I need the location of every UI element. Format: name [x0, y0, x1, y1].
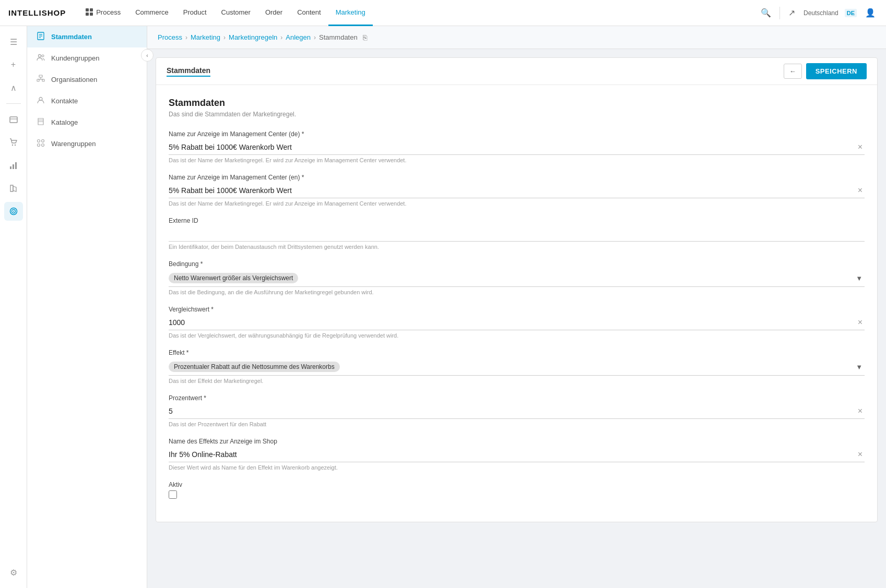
- save-button[interactable]: SPEICHERN: [806, 63, 867, 79]
- form-group-comparison: Vergleichswert * × Das ist der Vergleich…: [169, 306, 865, 339]
- nav-item-order[interactable]: Order: [258, 0, 290, 26]
- breadcrumb-marketing[interactable]: Marketing: [191, 33, 220, 41]
- sidebar-add-icon[interactable]: +: [4, 55, 23, 74]
- breadcrumb-sep-3: ›: [280, 34, 282, 41]
- sidebar-cart-icon[interactable]: [4, 133, 23, 152]
- breadcrumb-sep-1: ›: [185, 34, 187, 41]
- condition-chip: Netto Warenwert größer als Vergleichswer…: [169, 273, 298, 283]
- name-en-label: Name zur Anzeige im Management Center (e…: [169, 174, 865, 181]
- breadcrumb-process[interactable]: Process: [158, 33, 182, 41]
- copy-icon[interactable]: ⎘: [363, 33, 367, 42]
- percent-clear-button[interactable]: ×: [858, 406, 863, 416]
- sidebar-target-icon[interactable]: [4, 202, 23, 221]
- effect-select-wrap: Prozentualer Rabatt auf die Nettosumme d…: [169, 358, 865, 376]
- breadcrumb: Process › Marketing › Marketingregeln › …: [147, 26, 886, 49]
- effect-select[interactable]: Prozentualer Rabatt auf die Nettosumme d…: [169, 358, 865, 375]
- sidebar-collapse-button[interactable]: ‹: [141, 49, 153, 62]
- language-flag[interactable]: DE: [845, 9, 857, 17]
- grid-icon: [86, 8, 93, 16]
- card-body: Stammdaten Das sind die Stammdaten der M…: [156, 85, 877, 522]
- effect-name-clear-button[interactable]: ×: [858, 450, 863, 459]
- form-group-name-en: Name zur Anzeige im Management Center (e…: [169, 174, 865, 207]
- sidebar-menu-icon[interactable]: ☰: [4, 32, 23, 51]
- sidebar-window-icon[interactable]: [4, 110, 23, 129]
- left-panel-label-kataloge: Kataloge: [51, 118, 78, 126]
- left-panel-label-stammdaten: Stammdaten: [51, 33, 92, 41]
- sidebar-settings-icon[interactable]: ⚙: [4, 563, 23, 582]
- sidebar-divider-1: [6, 103, 21, 104]
- left-panel-item-organisationen[interactable]: Organisationen: [27, 69, 147, 90]
- form-section-title: Stammdaten: [169, 98, 865, 109]
- svg-rect-4: [10, 166, 11, 169]
- language-label: Deutschland: [804, 9, 838, 17]
- name-de-clear-button[interactable]: ×: [858, 142, 863, 152]
- warengruppen-icon: [36, 139, 46, 149]
- form-section-desc: Das sind die Stammdaten der Marketingreg…: [169, 111, 865, 118]
- left-panel-label-kontakte: Kontakte: [51, 97, 78, 105]
- condition-select[interactable]: Netto Warenwert größer als Vergleichswer…: [169, 270, 865, 286]
- condition-label: Bedingung *: [169, 260, 865, 268]
- name-de-input[interactable]: [169, 140, 865, 154]
- nav-right-area: 🔍 ↗ Deutschland DE 👤: [759, 6, 878, 20]
- svg-point-27: [42, 144, 44, 147]
- svg-point-3: [14, 145, 15, 146]
- left-panel-item-stammdaten[interactable]: Stammdaten: [27, 26, 147, 47]
- share-button[interactable]: ↗: [786, 6, 797, 20]
- left-panel-item-kataloge[interactable]: Kataloge: [27, 112, 147, 133]
- svg-point-14: [39, 55, 41, 57]
- percent-input[interactable]: [169, 404, 865, 418]
- name-en-help: Das ist der Name der Marketingregel. Er …: [169, 200, 865, 207]
- name-en-clear-button[interactable]: ×: [858, 186, 863, 195]
- comparison-input-wrap: ×: [169, 315, 865, 330]
- app-logo: INTELLISHOP: [8, 8, 66, 17]
- extern-id-help: Ein Identifikator, der beim Datenaustaus…: [169, 244, 865, 250]
- nav-item-commerce[interactable]: Commerce: [128, 0, 176, 26]
- svg-point-24: [38, 140, 40, 142]
- effect-name-input[interactable]: [169, 447, 865, 462]
- extern-id-input[interactable]: [169, 226, 865, 241]
- nav-item-process[interactable]: Process: [78, 0, 128, 26]
- nav-item-customer[interactable]: Customer: [214, 0, 258, 26]
- comparison-label: Vergleichswert *: [169, 306, 865, 313]
- nav-item-content[interactable]: Content: [290, 0, 328, 26]
- condition-help: Das ist die Bedingung, an die die Ausfüh…: [169, 289, 865, 295]
- svg-point-2: [11, 145, 13, 146]
- sidebar-collapse-icon[interactable]: ∧: [4, 78, 23, 97]
- svg-point-9: [13, 211, 14, 212]
- active-checkbox[interactable]: [169, 490, 177, 499]
- nav-item-product[interactable]: Product: [176, 0, 214, 26]
- active-label: Aktiv: [169, 481, 865, 488]
- user-profile-button[interactable]: 👤: [863, 6, 878, 20]
- svg-rect-16: [39, 75, 42, 77]
- search-button[interactable]: 🔍: [759, 6, 773, 20]
- form-group-effect: Effekt * Prozentualer Rabatt auf die Net…: [169, 349, 865, 384]
- name-en-input-wrap: ×: [169, 183, 865, 198]
- percent-input-wrap: ×: [169, 404, 865, 419]
- left-panel-label-organisationen: Organisationen: [51, 76, 97, 83]
- form-group-name-de: Name zur Anzeige im Management Center (d…: [169, 130, 865, 163]
- sidebar-chart-icon[interactable]: [4, 156, 23, 175]
- name-en-input[interactable]: [169, 183, 865, 198]
- form-group-percent: Prozentwert * × Das ist der Prozentwert …: [169, 394, 865, 427]
- comparison-clear-button[interactable]: ×: [858, 318, 863, 327]
- breadcrumb-sep-4: ›: [314, 34, 316, 41]
- form-group-active: Aktiv: [169, 481, 865, 499]
- comparison-input[interactable]: [169, 315, 865, 330]
- breadcrumb-stammdaten: Stammdaten: [319, 33, 358, 41]
- sidebar-book-icon[interactable]: [4, 179, 23, 198]
- back-button[interactable]: ←: [784, 64, 802, 79]
- left-panel-item-kundengruppen[interactable]: Kundengruppen: [27, 47, 147, 69]
- breadcrumb-anlegen[interactable]: Anlegen: [286, 33, 311, 41]
- comparison-help: Das ist der Vergleichswert, der währungs…: [169, 332, 865, 339]
- left-panel-item-warengruppen[interactable]: Warengruppen: [27, 133, 147, 154]
- breadcrumb-marketingregeln[interactable]: Marketingregeln: [229, 33, 277, 41]
- name-de-label: Name zur Anzeige im Management Center (d…: [169, 130, 865, 138]
- language-selector[interactable]: Deutschland: [804, 9, 838, 17]
- nav-item-marketing[interactable]: Marketing: [328, 0, 373, 26]
- left-panel-item-kontakte[interactable]: Kontakte: [27, 90, 147, 112]
- effect-chip: Prozentualer Rabatt auf die Nettosumme d…: [169, 362, 340, 372]
- effect-name-input-wrap: ×: [169, 447, 865, 462]
- svg-rect-17: [37, 79, 39, 81]
- percent-label: Prozentwert *: [169, 394, 865, 402]
- percent-help: Das ist der Prozentwert für den Rabatt: [169, 421, 865, 427]
